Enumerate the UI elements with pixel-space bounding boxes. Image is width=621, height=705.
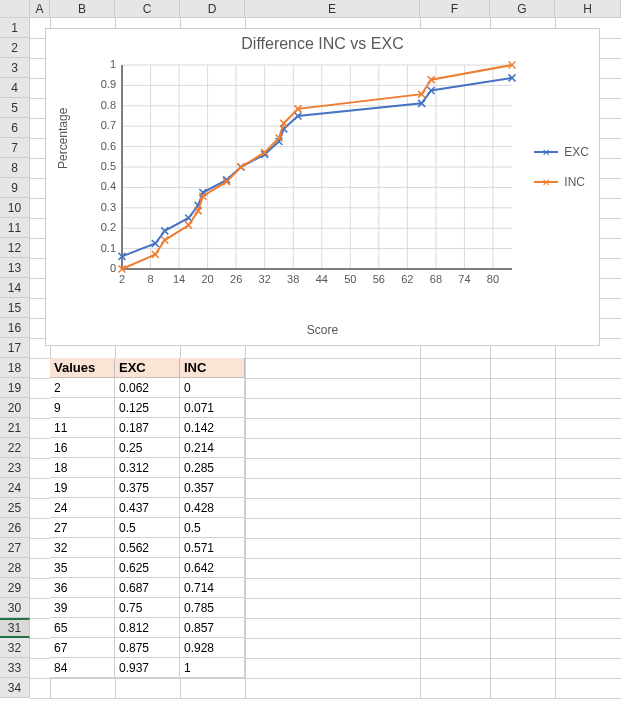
row-header-23[interactable]: 23: [0, 458, 30, 478]
table-cell[interactable]: 0.714: [180, 578, 245, 598]
table-cell[interactable]: 0: [180, 378, 245, 398]
col-header-B[interactable]: B: [50, 0, 115, 18]
row-header-22[interactable]: 22: [0, 438, 30, 458]
table-cell[interactable]: 32: [50, 538, 115, 558]
table-cell[interactable]: 9: [50, 398, 115, 418]
table-cell[interactable]: 0.687: [115, 578, 180, 598]
table-cell[interactable]: 0.142: [180, 418, 245, 438]
table-cell[interactable]: 0.375: [115, 478, 180, 498]
x-tick: 44: [312, 273, 332, 285]
legend-label: EXC: [564, 145, 589, 159]
table-cell[interactable]: 0.937: [115, 658, 180, 678]
table-header-cell[interactable]: EXC: [115, 358, 180, 378]
col-header-C[interactable]: C: [115, 0, 180, 18]
select-all-corner[interactable]: [0, 0, 30, 18]
row-header-31[interactable]: 31: [0, 618, 30, 638]
row-header-27[interactable]: 27: [0, 538, 30, 558]
table-header-cell[interactable]: Values: [50, 358, 115, 378]
table-cell[interactable]: 0.357: [180, 478, 245, 498]
table-cell[interactable]: 67: [50, 638, 115, 658]
x-tick: 20: [198, 273, 218, 285]
row-header-33[interactable]: 33: [0, 658, 30, 678]
row-header-28[interactable]: 28: [0, 558, 30, 578]
table-cell[interactable]: 0.125: [115, 398, 180, 418]
table-cell[interactable]: 0.5: [180, 518, 245, 538]
row-header-15[interactable]: 15: [0, 298, 30, 318]
legend-label: INC: [564, 175, 585, 189]
table-cell[interactable]: 0.812: [115, 618, 180, 638]
table-cell[interactable]: 84: [50, 658, 115, 678]
row-header-25[interactable]: 25: [0, 498, 30, 518]
table-cell[interactable]: 2: [50, 378, 115, 398]
row-header-2[interactable]: 2: [0, 38, 30, 58]
chart-container[interactable]: Difference INC vs EXCPercentageScore00.1…: [45, 28, 600, 346]
x-tick: 38: [283, 273, 303, 285]
col-header-E[interactable]: E: [245, 0, 420, 18]
table-cell[interactable]: 0.562: [115, 538, 180, 558]
table-cell[interactable]: 35: [50, 558, 115, 578]
row-header-9[interactable]: 9: [0, 178, 30, 198]
table-cell[interactable]: 0.428: [180, 498, 245, 518]
row-header-1[interactable]: 1: [0, 18, 30, 38]
row-header-21[interactable]: 21: [0, 418, 30, 438]
table-cell[interactable]: 0.642: [180, 558, 245, 578]
row-header-20[interactable]: 20: [0, 398, 30, 418]
row-header-8[interactable]: 8: [0, 158, 30, 178]
row-header-6[interactable]: 6: [0, 118, 30, 138]
col-header-H[interactable]: H: [555, 0, 621, 18]
table-cell[interactable]: 0.187: [115, 418, 180, 438]
table-cell[interactable]: 0.875: [115, 638, 180, 658]
row-header-26[interactable]: 26: [0, 518, 30, 538]
col-header-G[interactable]: G: [490, 0, 555, 18]
table-cell[interactable]: 0.071: [180, 398, 245, 418]
row-header-7[interactable]: 7: [0, 138, 30, 158]
table-cell[interactable]: 0.062: [115, 378, 180, 398]
table-cell[interactable]: 19: [50, 478, 115, 498]
table-cell[interactable]: 0.285: [180, 458, 245, 478]
table-cell[interactable]: 0.25: [115, 438, 180, 458]
table-cell[interactable]: 11: [50, 418, 115, 438]
row-header-29[interactable]: 29: [0, 578, 30, 598]
table-cell[interactable]: 24: [50, 498, 115, 518]
col-header-F[interactable]: F: [420, 0, 490, 18]
row-header-18[interactable]: 18: [0, 358, 30, 378]
row-header-16[interactable]: 16: [0, 318, 30, 338]
row-header-24[interactable]: 24: [0, 478, 30, 498]
table-cell[interactable]: 0.857: [180, 618, 245, 638]
table-cell[interactable]: 0.5: [115, 518, 180, 538]
table-cell[interactable]: 0.928: [180, 638, 245, 658]
row-header-14[interactable]: 14: [0, 278, 30, 298]
row-header-19[interactable]: 19: [0, 378, 30, 398]
table-cell[interactable]: 65: [50, 618, 115, 638]
table-cell[interactable]: 0.75: [115, 598, 180, 618]
row-header-11[interactable]: 11: [0, 218, 30, 238]
row-header-10[interactable]: 10: [0, 198, 30, 218]
row-header-17[interactable]: 17: [0, 338, 30, 358]
table-cell[interactable]: 1: [180, 658, 245, 678]
table-cell[interactable]: 0.312: [115, 458, 180, 478]
table-cell[interactable]: 0.785: [180, 598, 245, 618]
row-header-32[interactable]: 32: [0, 638, 30, 658]
table-cell[interactable]: 0.437: [115, 498, 180, 518]
table-cell[interactable]: 27: [50, 518, 115, 538]
col-header-D[interactable]: D: [180, 0, 245, 18]
table-cell[interactable]: 0.571: [180, 538, 245, 558]
row-header-3[interactable]: 3: [0, 58, 30, 78]
table-header-cell[interactable]: INC: [180, 358, 245, 378]
y-axis-label: Percentage: [56, 108, 70, 169]
table-cell[interactable]: 0.214: [180, 438, 245, 458]
chart-legend: ✕EXC✕INC: [534, 129, 589, 205]
row-header-13[interactable]: 13: [0, 258, 30, 278]
row-header-4[interactable]: 4: [0, 78, 30, 98]
row-header-30[interactable]: 30: [0, 598, 30, 618]
row-header-5[interactable]: 5: [0, 98, 30, 118]
table-cell[interactable]: 18: [50, 458, 115, 478]
table-cell[interactable]: 36: [50, 578, 115, 598]
x-tick: 26: [226, 273, 246, 285]
row-header-12[interactable]: 12: [0, 238, 30, 258]
table-cell[interactable]: 39: [50, 598, 115, 618]
row-header-34[interactable]: 34: [0, 678, 30, 698]
table-cell[interactable]: 0.625: [115, 558, 180, 578]
col-header-A[interactable]: A: [30, 0, 50, 18]
table-cell[interactable]: 16: [50, 438, 115, 458]
